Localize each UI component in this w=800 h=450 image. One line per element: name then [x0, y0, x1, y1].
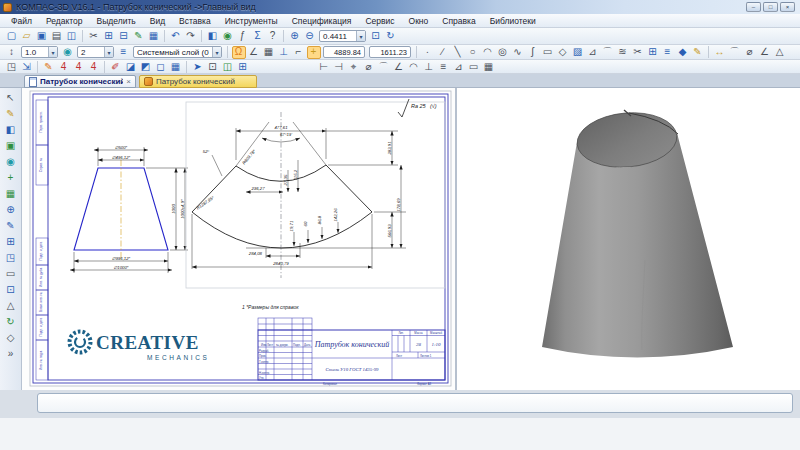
- layer-combo[interactable]: Системный слой (0) ▾: [133, 46, 222, 58]
- point-tool-icon[interactable]: ∙: [421, 46, 435, 59]
- close-button[interactable]: ×: [780, 2, 795, 12]
- zoom-area-icon[interactable]: ⊡: [369, 30, 383, 43]
- multiline-tool-icon[interactable]: ≡: [661, 46, 675, 59]
- chevron-down-icon[interactable]: ▾: [212, 47, 221, 57]
- resize-icon[interactable]: ↕: [5, 46, 19, 59]
- axis-tool-icon[interactable]: ⊞: [236, 60, 250, 73]
- dim-chain-icon[interactable]: ≡: [437, 60, 451, 73]
- measure-angle-icon[interactable]: ∠: [758, 46, 772, 59]
- context-help-icon[interactable]: ?: [266, 30, 280, 43]
- close-tab-icon[interactable]: ×: [123, 77, 131, 86]
- refresh-image-icon[interactable]: ↻: [384, 30, 398, 43]
- segment-tool-icon[interactable]: ╲: [451, 46, 465, 59]
- triangle-tool-icon[interactable]: △: [4, 300, 18, 313]
- ortho-icon[interactable]: ⌐: [292, 46, 306, 59]
- dim-diameter-icon[interactable]: ⌀: [362, 60, 376, 73]
- rebuild-icon[interactable]: ↻: [4, 316, 18, 329]
- crop-view-icon[interactable]: ◳: [4, 252, 18, 265]
- measure-distance-icon[interactable]: ↔: [713, 46, 727, 59]
- leader-icon[interactable]: ✐: [109, 60, 123, 73]
- document-number-icon[interactable]: ◉: [61, 46, 75, 59]
- menu-item[interactable]: Справка: [435, 14, 482, 28]
- maximize-button[interactable]: □: [763, 2, 778, 12]
- save-document-icon[interactable]: ▣: [35, 30, 49, 43]
- dim-base-icon[interactable]: ⊿: [452, 60, 466, 73]
- menu-item[interactable]: Редактор: [39, 14, 90, 28]
- menu-item[interactable]: Вставка: [172, 14, 218, 28]
- more-chevron-icon[interactable]: »: [4, 348, 18, 361]
- fillet-tool-icon[interactable]: ⌒: [601, 46, 615, 59]
- aux-line-tool-icon[interactable]: ∕: [436, 46, 450, 59]
- zoom-scale-combo[interactable]: 0.4411 ▾: [319, 30, 366, 42]
- rounding-snap-icon[interactable]: +: [307, 46, 321, 59]
- open-document-icon[interactable]: ▱: [20, 30, 34, 43]
- show-document-icon[interactable]: ◧: [206, 30, 220, 43]
- chamfer-tool-icon[interactable]: ⊿: [586, 46, 600, 59]
- update-links-icon[interactable]: ◉: [221, 30, 235, 43]
- dim-arc-icon[interactable]: ◠: [407, 60, 421, 73]
- offset-tool-icon[interactable]: ≋: [616, 46, 630, 59]
- menu-item[interactable]: Окно: [402, 14, 436, 28]
- circle-tool-icon[interactable]: ○: [466, 46, 480, 59]
- chevron-down-icon[interactable]: ▾: [356, 31, 365, 41]
- menu-item[interactable]: Файл: [4, 14, 39, 28]
- dim-horizontal-icon[interactable]: ⊢: [317, 60, 331, 73]
- view-manager-icon[interactable]: ◧: [4, 124, 18, 137]
- globe-view-icon[interactable]: ◉: [4, 156, 18, 169]
- dim-offset-icon[interactable]: ⊥: [422, 60, 436, 73]
- snap-magnet-icon[interactable]: Ω: [232, 46, 246, 59]
- print-icon[interactable]: ▤: [50, 30, 64, 43]
- auto-dimension-icon[interactable]: ✎: [42, 60, 56, 73]
- menu-item[interactable]: Инструменты: [218, 14, 285, 28]
- line-weight-combo[interactable]: 1.0 ▾: [21, 46, 58, 58]
- collect-contour-icon[interactable]: ◆: [676, 46, 690, 59]
- dim-aligned-icon[interactable]: ⌖: [347, 60, 361, 73]
- grid-view-icon[interactable]: ▦: [4, 188, 18, 201]
- spline-tool-icon[interactable]: ∿: [511, 46, 525, 59]
- polygon-tool-icon[interactable]: ◇: [556, 46, 570, 59]
- roughness-sign-icon[interactable]: ◩: [139, 60, 153, 73]
- library-tool-icon[interactable]: ◇: [4, 332, 18, 345]
- table-tool-icon[interactable]: ▦: [169, 60, 183, 73]
- variables-icon[interactable]: ƒ: [236, 30, 250, 43]
- dim-radius-icon[interactable]: ⌒: [377, 60, 391, 73]
- copy-properties-icon[interactable]: ✎: [132, 30, 146, 43]
- tab-model-document[interactable]: Патрубок конический: [139, 75, 257, 88]
- save-view-icon[interactable]: ▣: [4, 140, 18, 153]
- angle-snap-icon[interactable]: ∠: [247, 46, 261, 59]
- view-arrow-icon[interactable]: ➤: [191, 60, 205, 73]
- layers-icon[interactable]: ≡: [117, 46, 131, 59]
- ellipse-tool-icon[interactable]: ◎: [496, 46, 510, 59]
- text-tool-icon[interactable]: ◻: [154, 60, 168, 73]
- add-view-icon[interactable]: +: [4, 172, 18, 185]
- grid-icon[interactable]: ▦: [262, 46, 276, 59]
- document-number-combo[interactable]: 2 ▾: [77, 46, 114, 58]
- insert-table-icon[interactable]: ▦: [147, 30, 161, 43]
- menu-item[interactable]: Выделить: [90, 14, 143, 28]
- edit-sheet-icon[interactable]: ✎: [4, 108, 18, 121]
- radial-dimension-icon[interactable]: 4: [72, 60, 86, 73]
- spreadsheet-icon[interactable]: Σ: [251, 30, 265, 43]
- dim-angle-icon[interactable]: ∠: [392, 60, 406, 73]
- menu-item[interactable]: Вид: [143, 14, 172, 28]
- pointer-tool-icon[interactable]: ↖: [4, 92, 18, 105]
- coordinate-y-field[interactable]: 1611.23: [369, 46, 411, 58]
- rectangle-tool-icon[interactable]: ▭: [541, 46, 555, 59]
- dim-leader-icon[interactable]: ▭: [467, 60, 481, 73]
- property-bar[interactable]: [37, 393, 793, 413]
- undo-icon[interactable]: ↶: [169, 30, 183, 43]
- measure-area-icon[interactable]: △: [773, 46, 787, 59]
- paste-icon[interactable]: ⊟: [117, 30, 131, 43]
- menu-item[interactable]: Сервис: [358, 14, 401, 28]
- arc-tool-icon[interactable]: ◠: [481, 46, 495, 59]
- cut-line-icon[interactable]: ⊡: [206, 60, 220, 73]
- hatch-tool-icon[interactable]: ▨: [571, 46, 585, 59]
- print-preview-icon[interactable]: ◫: [65, 30, 79, 43]
- menu-item[interactable]: Спецификация: [285, 14, 359, 28]
- measure-curve-icon[interactable]: ⌒: [728, 46, 742, 59]
- zoom-out-icon[interactable]: ⊖: [303, 30, 317, 43]
- tab-drawing-document[interactable]: Патрубок конический ×: [24, 75, 136, 88]
- dim-table-icon[interactable]: ▦: [482, 60, 496, 73]
- angular-dimension-icon[interactable]: 4: [87, 60, 101, 73]
- cut-icon[interactable]: ✂: [87, 30, 101, 43]
